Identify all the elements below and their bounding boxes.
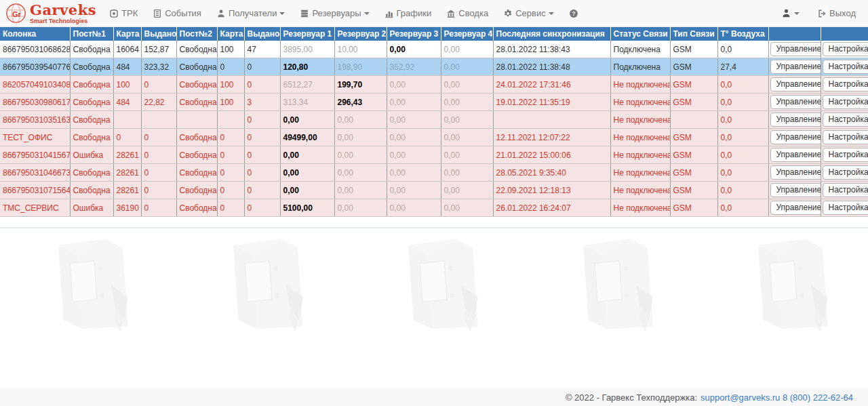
cell-air-temp: 0,0 <box>717 129 768 146</box>
table-row[interactable]: 866795030980617Свободна48422,82Свободна1… <box>0 94 868 111</box>
cell-status: Не подключена <box>610 199 670 217</box>
cell-air-temp: 0,0 <box>717 41 768 58</box>
column-header-2: Карта <box>113 27 141 41</box>
cell-reservoir-1: 3895,00 <box>280 41 334 58</box>
settings-button[interactable]: Настройка <box>823 183 868 197</box>
table-row[interactable]: 866795039540776Свободна484323,32Свободна… <box>0 58 868 76</box>
cell-post2: Свободна <box>176 182 217 199</box>
settings-button-cell: Настройка <box>821 76 868 94</box>
cell-reservoir-3: 0,00 <box>387 41 441 58</box>
table-row[interactable]: ТЕСТ_ОФИССвободна00Свободна0049499,000,0… <box>0 129 868 146</box>
cell-issued1: 152,87 <box>141 41 176 58</box>
manage-button[interactable]: Управление <box>770 201 821 215</box>
cell-status: Не подключена <box>610 76 670 94</box>
cell-reservoir-1: 0,00 <box>280 164 334 182</box>
dispenser-watermark <box>732 231 835 334</box>
cell-card2: 100 <box>217 41 244 58</box>
cell-reservoir-4: 0,00 <box>441 58 493 76</box>
column-header-9: Резервуар 3 <box>387 27 441 41</box>
cell-issued1: 0 <box>141 164 176 182</box>
table-row[interactable]: 866795031035163Свободна00,000,000,000,00… <box>0 111 868 129</box>
cell-id: 866795039540776 <box>0 58 70 76</box>
cell-id: 866795031046673 <box>0 164 70 182</box>
logo[interactable]: Gr Garveks Smart Technologies <box>0 3 102 24</box>
settings-button[interactable]: Настройка <box>823 130 868 144</box>
settings-button[interactable]: Настройка <box>823 148 868 162</box>
manage-button[interactable]: Управление <box>770 77 821 92</box>
nav-item-trk[interactable]: ТРК <box>102 0 145 27</box>
cell-post1: Свободна <box>70 111 113 129</box>
manage-button[interactable]: Управление <box>770 42 821 56</box>
cell-issued2: 0 <box>244 146 280 164</box>
settings-button[interactable]: Настройка <box>823 201 868 215</box>
cell-reservoir-1: 5100,00 <box>280 199 334 217</box>
cell-post1: Свободна <box>70 182 113 199</box>
manage-button[interactable]: Управление <box>770 183 821 197</box>
cell-card1: 100 <box>113 76 141 94</box>
cell-reservoir-1: 120,80 <box>280 58 334 76</box>
cell-reservoir-2: 0,00 <box>334 164 387 182</box>
cell-status: Подключена <box>610 41 670 58</box>
settings-button[interactable]: Настройка <box>823 77 868 92</box>
table-row[interactable]: 866795031068628Свободна16064152,87Свобод… <box>0 41 868 58</box>
cell-reservoir-3: 0,00 <box>387 129 441 146</box>
column-header-16 <box>821 27 868 41</box>
table-row[interactable]: 866795031046673Свободна282610Свободна000… <box>0 164 868 182</box>
nav-item-summary[interactable]: Сводка <box>439 0 496 27</box>
nav-item-help[interactable] <box>561 0 586 27</box>
nav-item-service[interactable]: Сервис <box>496 0 561 27</box>
manage-button[interactable]: Управление <box>770 95 821 109</box>
column-header-15 <box>768 27 821 41</box>
cell-issued1 <box>141 111 176 129</box>
table-row[interactable]: ТМС_СЕРВИСОшибка361900Свободна005100,000… <box>0 199 868 217</box>
manage-button[interactable]: Управление <box>770 113 821 127</box>
cell-reservoir-2: 199,70 <box>334 76 387 94</box>
cell-air-temp: 0,0 <box>717 146 768 164</box>
cell-air-temp: 0,0 <box>717 164 768 182</box>
nav-item-label: События <box>165 8 201 18</box>
manage-button-cell: Управление <box>768 129 821 146</box>
settings-button[interactable]: Настройка <box>823 165 868 180</box>
footer-support-link[interactable]: support@garveks.ru 8 (800) 222-62-64 <box>701 392 853 403</box>
manage-button[interactable]: Управление <box>770 60 821 74</box>
user-menu-button[interactable] <box>781 8 800 18</box>
cell-card2: 100 <box>217 94 244 111</box>
settings-button[interactable]: Настройка <box>823 113 868 127</box>
settings-button[interactable]: Настройка <box>823 42 868 56</box>
nav-item-charts[interactable]: Графики <box>377 0 439 27</box>
manage-button[interactable]: Управление <box>770 148 821 162</box>
settings-button[interactable]: Настройка <box>823 95 868 109</box>
manage-button[interactable]: Управление <box>770 130 821 144</box>
column-header-12: Статус Связи <box>610 27 670 41</box>
settings-button-cell: Настройка <box>821 164 868 182</box>
nav-item-reservoirs[interactable]: Резервуары <box>292 0 376 27</box>
cell-id: 866795031041567 <box>0 146 70 164</box>
table-row[interactable]: 866795031071564Свободна282610Свободна000… <box>0 182 868 199</box>
manage-button[interactable]: Управление <box>770 165 821 180</box>
cell-reservoir-4: 0,00 <box>441 111 493 129</box>
table-row[interactable]: 862057049103408Свободна1000Свободна10006… <box>0 76 868 94</box>
cell-card1: 484 <box>113 58 141 76</box>
manage-button-cell: Управление <box>768 76 821 94</box>
cell-conn-type: GSM <box>670 164 717 182</box>
cell-issued1: 0 <box>141 146 176 164</box>
table-row[interactable]: 866795031041567Ошибка282610Свободна000,0… <box>0 146 868 164</box>
dispenser-watermark <box>33 231 136 334</box>
column-header-14: Т° Воздуха <box>717 27 768 41</box>
cell-post2: Свободна <box>176 146 217 164</box>
navbar: Gr Garveks Smart Technologies ТРКСобытия… <box>0 0 868 27</box>
cell-post1: Свободна <box>70 76 113 94</box>
cell-reservoir-4: 0,00 <box>441 164 493 182</box>
nav-item-recipients[interactable]: Получатели <box>209 0 293 27</box>
cell-post1: Свободна <box>70 58 113 76</box>
column-header-8: Резервуар 2 <box>334 27 387 41</box>
logout-button[interactable]: Выход <box>817 8 856 18</box>
cell-conn-type: GSM <box>670 58 717 76</box>
cell-reservoir-4: 0,00 <box>441 199 493 217</box>
cell-sync: 24.01.2022 17:31:46 <box>493 76 610 94</box>
cell-reservoir-4: 0,00 <box>441 146 493 164</box>
settings-button[interactable]: Настройка <box>823 60 868 74</box>
nav-item-events[interactable]: События <box>145 0 209 27</box>
cell-id: ТМС_СЕРВИС <box>0 199 70 217</box>
nav-item-label: Сводка <box>458 8 488 18</box>
